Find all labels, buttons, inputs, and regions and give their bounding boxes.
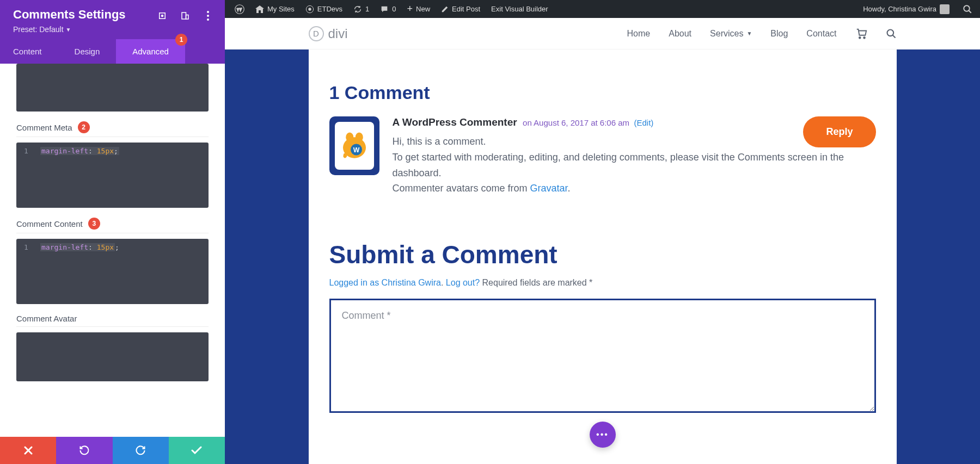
new-link[interactable]: +New [402, 0, 436, 18]
section-label-text: Comment Meta [16, 123, 72, 132]
svg-point-5 [207, 15, 209, 17]
nav-blog[interactable]: Blog [770, 29, 788, 39]
comments-link[interactable]: 0 [375, 0, 401, 18]
comments-heading: 1 Comment [329, 82, 876, 103]
main-area: My Sites ETDevs 1 0 +New Edit Post Exit … [225, 0, 980, 464]
svg-point-15 [346, 133, 353, 143]
comment-item: W A WordPress Commenter on August 6, 201… [329, 116, 876, 196]
panel-body: Comment Meta 2 1 margin-left: 15px; Comm… [0, 64, 225, 437]
more-icon[interactable] [202, 10, 214, 22]
reply-button[interactable]: Reply [803, 116, 875, 147]
svg-text:W: W [353, 146, 359, 154]
nav-about[interactable]: About [669, 29, 691, 39]
wp-admin-bar: My Sites ETDevs 1 0 +New Edit Post Exit … [225, 0, 980, 18]
line-number: 1 [16, 243, 36, 251]
settings-sidebar: Comments Settings Preset: Default ▼ Cont… [0, 0, 225, 464]
svg-point-11 [859, 36, 860, 38]
edit-post-link[interactable]: Edit Post [436, 0, 486, 18]
preset-selector[interactable]: Preset: Default ▼ [13, 25, 212, 34]
svg-point-4 [207, 11, 209, 13]
badge-3: 3 [88, 218, 100, 230]
sidebar-header: Comments Settings Preset: Default ▼ [0, 0, 225, 39]
comment-text: Hi, this is a comment. To get started wi… [393, 134, 876, 196]
responsive-icon[interactable] [179, 10, 191, 22]
redo-button[interactable] [113, 437, 169, 464]
nav-contact[interactable]: Contact [806, 29, 836, 39]
comment-edit-link[interactable]: (Edit) [634, 118, 654, 127]
site-link[interactable]: ETDevs [300, 0, 348, 18]
wapuu-icon: W [339, 131, 370, 161]
tabs: Content Design Advanced 1 [0, 39, 225, 64]
howdy-user[interactable]: Howdy, Christina Gwira [857, 0, 955, 18]
sidebar-footer [0, 437, 225, 464]
tab-design[interactable]: Design [58, 39, 117, 64]
submit-meta: Logged in as Christina Gwira. Log out? R… [329, 278, 876, 288]
code-text: margin-left: 15px; [36, 243, 209, 251]
comment-avatar: W [329, 116, 379, 175]
builder-fab[interactable]: ••• [590, 422, 616, 448]
cancel-button[interactable] [0, 437, 56, 464]
logged-in-link[interactable]: Logged in as Christina Gwira [329, 278, 441, 287]
comment-meta: on August 6, 2017 at 6:06 am [523, 118, 629, 127]
tab-advanced[interactable]: Advanced 1 [116, 39, 185, 64]
svg-point-1 [162, 15, 163, 17]
svg-rect-2 [182, 13, 186, 19]
gravatar-link[interactable]: Gravatar [530, 183, 568, 194]
site-logo[interactable]: D divi [309, 26, 348, 41]
nav-home[interactable]: Home [627, 29, 651, 39]
my-sites-link[interactable]: My Sites [250, 0, 300, 18]
svg-rect-3 [186, 15, 189, 20]
user-avatar-icon [940, 4, 950, 14]
save-button[interactable] [169, 437, 225, 464]
search-icon[interactable] [959, 0, 976, 18]
logo-text: divi [328, 26, 348, 41]
logo-badge: D [309, 26, 324, 41]
updates-link[interactable]: 1 [348, 0, 375, 18]
tab-content[interactable]: Content [0, 39, 58, 64]
nav-services[interactable]: Services▼ [710, 29, 752, 39]
code-editor-meta[interactable]: 1 margin-left: 15px; [16, 143, 209, 208]
tab-advanced-label: Advanced [132, 47, 169, 56]
wp-logo-icon[interactable] [229, 0, 250, 18]
section-comment-avatar[interactable]: Comment Avatar [16, 314, 209, 327]
chevron-down-icon: ▼ [746, 30, 752, 36]
tab-badge: 1 [175, 34, 187, 46]
section-label-text: Comment Content [16, 219, 83, 228]
search-icon[interactable] [886, 28, 897, 39]
svg-point-13 [887, 29, 893, 36]
comment-author[interactable]: A WordPress Commenter [393, 116, 517, 128]
site-nav: Home About Services▼ Blog Contact [627, 28, 897, 40]
cart-icon[interactable] [855, 28, 867, 40]
code-text: margin-left: 15px; [36, 147, 209, 155]
code-editor-content[interactable]: 1 margin-left: 15px; [16, 239, 209, 304]
submit-heading: Submit a Comment [329, 240, 876, 269]
svg-point-12 [863, 36, 865, 38]
site-header: D divi Home About Services▼ Blog Contact [225, 18, 980, 50]
expand-icon[interactable] [156, 10, 168, 22]
svg-point-6 [207, 18, 209, 21]
section-comment-meta[interactable]: Comment Meta 2 [16, 121, 209, 137]
page-wrap: 1 Comment W [225, 50, 980, 464]
page-content: 1 Comment W [309, 50, 897, 464]
section-comment-content[interactable]: Comment Content 3 [16, 218, 209, 233]
required-note: Required fields are marked * [482, 278, 593, 287]
exit-builder-link[interactable]: Exit Visual Builder [486, 0, 554, 18]
comment-textarea[interactable] [329, 299, 876, 413]
preset-label: Preset: Default [13, 25, 64, 34]
svg-point-9 [308, 8, 311, 10]
svg-point-10 [964, 5, 970, 11]
code-editor-avatar[interactable] [16, 332, 209, 381]
svg-point-16 [355, 133, 363, 143]
badge-2: 2 [78, 121, 90, 133]
line-number: 1 [16, 147, 36, 155]
undo-button[interactable] [56, 437, 112, 464]
code-block-prev[interactable] [16, 64, 209, 112]
logout-link[interactable]: Log out? [446, 278, 480, 287]
chevron-down-icon: ▼ [66, 27, 71, 33]
section-label-text: Comment Avatar [16, 314, 77, 323]
